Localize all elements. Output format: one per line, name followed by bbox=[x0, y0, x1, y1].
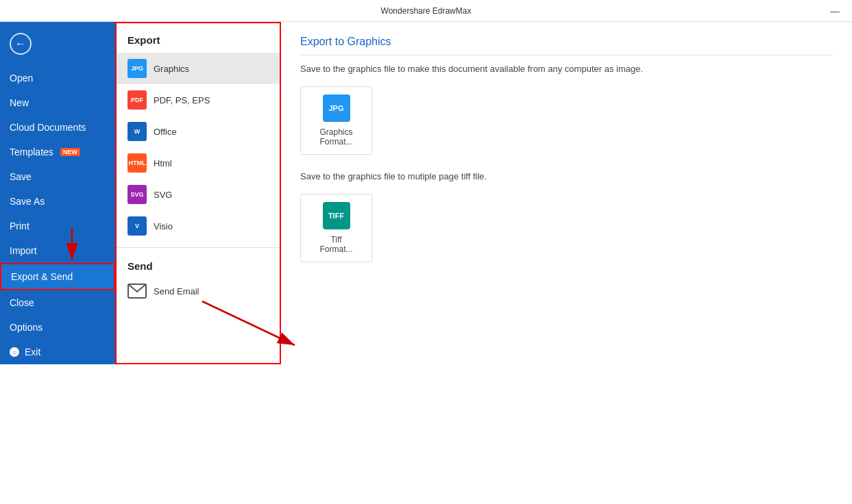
sidebar-item-options[interactable]: Options bbox=[0, 315, 115, 340]
sidebar-item-cloud[interactable]: Cloud Documents bbox=[0, 115, 115, 140]
content-description-1: Save to the graphics file to make this d… bbox=[300, 64, 833, 74]
export-item-graphics[interactable]: JPG Graphics bbox=[117, 53, 280, 84]
minimize-button[interactable]: — bbox=[823, 0, 847, 21]
tiff-format-label: TiffFormat... bbox=[319, 235, 352, 254]
export-label-graphics: Graphics bbox=[154, 64, 189, 74]
sidebar-label-new: New bbox=[10, 97, 29, 108]
export-label-office: Office bbox=[154, 127, 177, 137]
sidebar-label-open: Open bbox=[10, 73, 33, 84]
sidebar-item-save-as[interactable]: Save As bbox=[0, 189, 115, 214]
office-icon: W bbox=[127, 122, 147, 141]
format-cards-row-1: JPG GraphicsFormat... bbox=[300, 86, 833, 155]
exit-circle-icon: ○ bbox=[10, 347, 19, 357]
sidebar-label-cloud: Cloud Documents bbox=[10, 122, 86, 133]
sidebar-item-templates[interactable]: Templates NEW bbox=[0, 140, 115, 164]
main-container: ← Open New Cloud Documents Templates NEW… bbox=[0, 22, 852, 364]
sidebar-item-export-send[interactable]: Export & Send bbox=[0, 263, 115, 290]
send-email-item[interactable]: Send Email bbox=[117, 277, 280, 305]
window-controls: — bbox=[823, 0, 847, 21]
sidebar-item-open[interactable]: Open bbox=[0, 66, 115, 90]
visio-icon: V bbox=[127, 216, 147, 236]
export-item-svg[interactable]: SVG SVG bbox=[117, 179, 280, 210]
export-label-visio: Visio bbox=[154, 221, 173, 231]
email-icon bbox=[127, 284, 147, 299]
sidebar-item-exit[interactable]: ○ Exit bbox=[0, 340, 115, 364]
sidebar-label-print: Print bbox=[10, 220, 29, 231]
content-panel: Export to Graphics Save to the graphics … bbox=[281, 22, 852, 364]
sidebar-item-print[interactable]: Print bbox=[0, 214, 115, 238]
graphics-format-card[interactable]: JPG GraphicsFormat... bbox=[300, 86, 372, 155]
sidebar-item-close[interactable]: Close bbox=[0, 290, 115, 315]
sidebar-item-new[interactable]: New bbox=[0, 90, 115, 115]
sidebar-label-close: Close bbox=[10, 297, 34, 308]
templates-badge: NEW bbox=[60, 148, 80, 156]
content-description-2: Save to the graphics file to mutiple pag… bbox=[300, 171, 833, 181]
export-section-title: Export bbox=[117, 23, 280, 53]
app-title: Wondershare EdrawMax bbox=[381, 6, 472, 16]
svg-icon: SVG bbox=[127, 185, 147, 204]
export-label-pdf: PDF, PS, EPS bbox=[154, 95, 210, 105]
export-item-visio[interactable]: V Visio bbox=[117, 210, 280, 242]
content-title: Export to Graphics bbox=[300, 36, 833, 55]
sidebar-item-import[interactable]: Import bbox=[0, 238, 115, 263]
back-button[interactable]: ← bbox=[0, 27, 115, 66]
sidebar-label-save: Save bbox=[10, 171, 32, 182]
sidebar-label-templates: Templates bbox=[10, 147, 53, 158]
export-label-svg: SVG bbox=[154, 190, 172, 200]
export-label-html: Html bbox=[154, 158, 172, 168]
back-circle-icon[interactable]: ← bbox=[10, 33, 32, 55]
graphics-icon: JPG bbox=[127, 59, 147, 78]
sidebar-label-save-as: Save As bbox=[10, 196, 45, 207]
sidebar-item-save[interactable]: Save bbox=[0, 164, 115, 189]
middle-panel: Export JPG Graphics PDF PDF, PS, EPS W O… bbox=[115, 22, 281, 364]
export-item-pdf[interactable]: PDF PDF, PS, EPS bbox=[117, 84, 280, 116]
graphics-format-label: GraphicsFormat... bbox=[319, 127, 352, 147]
html-icon: HTML bbox=[127, 153, 147, 173]
tiff-format-icon: TIFF bbox=[323, 202, 350, 229]
graphics-format-icon: JPG bbox=[323, 94, 350, 122]
tiff-format-card[interactable]: TIFF TiffFormat... bbox=[300, 194, 372, 262]
sidebar-label-exit: Exit bbox=[25, 346, 40, 357]
middle-divider bbox=[117, 247, 280, 248]
send-section-title: Send bbox=[117, 253, 280, 277]
format-cards-row-2: TIFF TiffFormat... bbox=[300, 194, 833, 262]
export-item-office[interactable]: W Office bbox=[117, 116, 280, 147]
sidebar-label-options: Options bbox=[10, 322, 42, 333]
pdf-icon: PDF bbox=[127, 90, 147, 110]
send-email-label: Send Email bbox=[154, 286, 199, 297]
export-item-html[interactable]: HTML Html bbox=[117, 147, 280, 179]
sidebar-label-export-send: Export & Send bbox=[11, 271, 73, 282]
sidebar: ← Open New Cloud Documents Templates NEW… bbox=[0, 22, 115, 364]
sidebar-label-import: Import bbox=[10, 245, 37, 256]
title-bar: Wondershare EdrawMax — bbox=[0, 0, 852, 22]
